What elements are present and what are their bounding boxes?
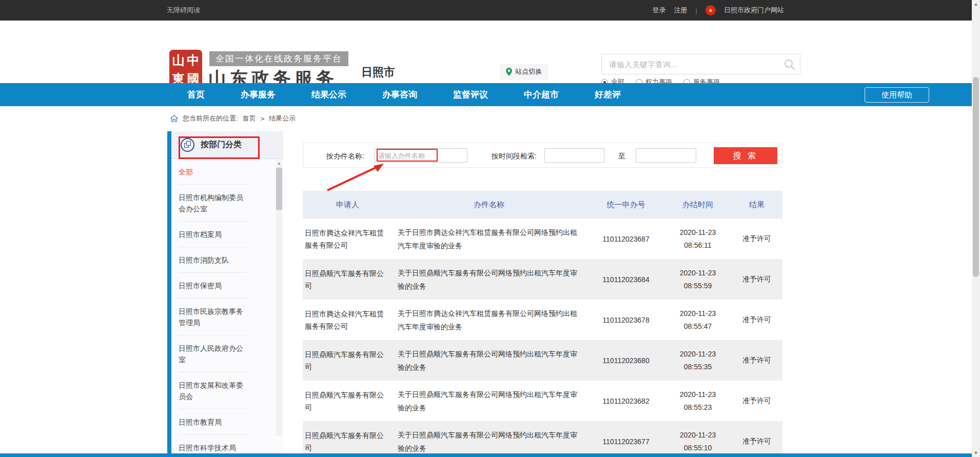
column-header-2: 统一申办号 bbox=[587, 191, 664, 218]
date-to-input[interactable] bbox=[636, 148, 696, 163]
page-scrollbar-thumb[interactable] bbox=[973, 77, 979, 277]
page-scroll-down-icon[interactable]: ▼ bbox=[972, 449, 980, 457]
finish-time: 08:55:47 bbox=[664, 320, 731, 333]
finish-date: 2020-11-23 bbox=[664, 226, 731, 239]
page-scroll-up-icon[interactable]: ▲ bbox=[972, 0, 980, 8]
cell-item-title: 关于日照鼎顺汽车服务有限公司网络预约出租汽车年度审验的业务 bbox=[398, 347, 587, 374]
cell-finish-datetime: 2020-11-2308:55:35 bbox=[664, 348, 731, 373]
sidebar-item-3[interactable]: 日照市消防支队 bbox=[179, 247, 247, 273]
sidebar-item-2[interactable]: 日照市档案局 bbox=[179, 222, 247, 247]
department-category-icon bbox=[181, 138, 194, 152]
finish-date: 2020-11-23 bbox=[664, 388, 731, 401]
nav-item-4[interactable]: 监督评议 bbox=[453, 83, 488, 106]
sidebar-item-5[interactable]: 日照市民族宗教事务管理局 bbox=[179, 299, 247, 335]
finish-date: 2020-11-23 bbox=[664, 267, 731, 280]
cell-finish-datetime: 2020-11-2308:55:23 bbox=[664, 388, 731, 414]
sidebar-item-label: 日照市消防支队 bbox=[179, 256, 229, 264]
national-emblem-icon: ★ bbox=[705, 5, 716, 15]
sidebar-item-4[interactable]: 日照市保密局 bbox=[179, 273, 247, 299]
table-row[interactable]: 日照鼎顺汽车服务有限公司关于日照鼎顺汽车服务有限公司网络预约出租汽车年度审验的业… bbox=[303, 381, 782, 421]
cell-finish-datetime: 2020-11-2308:55:47 bbox=[664, 307, 731, 333]
column-header-0: 申请人 bbox=[303, 191, 398, 218]
table-row[interactable]: 日照市腾达众祥汽车租赁服务有限公司关于日照市腾达众祥汽车租赁服务有限公司网络预约… bbox=[303, 300, 782, 340]
platform-tagline: 全国一体化在线政务服务平台 bbox=[209, 51, 348, 66]
department-sidebar: 按部门分类 全部日照市机构编制委员会办公室日照市档案局日照市消防支队日照市保密局… bbox=[167, 131, 283, 453]
login-link[interactable]: 登录 bbox=[653, 6, 666, 15]
cell-application-number: 110112023682 bbox=[587, 397, 664, 405]
department-list: 全部日照市机构编制委员会办公室日照市档案局日照市消防支队日照市保密局日照市民族宗… bbox=[179, 159, 248, 457]
cell-applicant: 日照鼎顺汽车服务有限公司 bbox=[303, 348, 398, 373]
site-header: 山中東國 全国一体化在线政务服务平台 山东政务服务 日照市 站点切换 全部权力事… bbox=[0, 21, 972, 83]
nav-item-1[interactable]: 办事服务 bbox=[241, 83, 276, 106]
cell-application-number: 110112023687 bbox=[587, 235, 664, 243]
sidebar-item-8[interactable]: 日照市教育局 bbox=[179, 409, 247, 435]
sidebar-item-label: 日照市教育局 bbox=[179, 418, 222, 426]
cell-finish-datetime: 2020-11-2308:55:59 bbox=[664, 267, 731, 292]
cell-result: 准予许可 bbox=[731, 356, 782, 365]
location-pin-icon bbox=[506, 68, 512, 76]
breadcrumb-separator: > bbox=[261, 115, 265, 123]
cell-result: 准予许可 bbox=[731, 396, 782, 406]
cell-finish-datetime: 2020-11-2308:55:10 bbox=[664, 429, 731, 454]
keyword-search-box bbox=[601, 54, 800, 74]
cell-result: 准予许可 bbox=[731, 437, 782, 446]
cell-item-title: 关于日照市腾达众祥汽车租赁服务有限公司网络预约出租汽车年度审验的业务 bbox=[398, 307, 587, 333]
breadcrumb: 您当前所在的位置: 首页 > 结果公示 bbox=[170, 114, 296, 123]
cell-result: 准予许可 bbox=[731, 315, 782, 325]
register-link[interactable]: 注册 bbox=[674, 6, 688, 15]
table-row[interactable]: 日照鼎顺汽车服务有限公司关于日照鼎顺汽车服务有限公司网络预约出租汽车年度审验的业… bbox=[303, 421, 782, 457]
results-table: 申请人办件名称统一申办号办结时间结果 日照市腾达众祥汽车租赁服务有限公司关于日照… bbox=[303, 191, 782, 457]
site-switch-button[interactable]: 站点切换 bbox=[500, 64, 548, 80]
finish-date: 2020-11-23 bbox=[664, 348, 731, 361]
help-button[interactable]: 使用帮助 bbox=[865, 87, 929, 103]
nav-item-6[interactable]: 好差评 bbox=[595, 83, 621, 106]
nav-item-5[interactable]: 中介超市 bbox=[524, 83, 559, 106]
sidebar-item-label: 日照市民族宗教事务管理局 bbox=[179, 307, 243, 327]
column-header-4: 结果 bbox=[731, 191, 782, 218]
date-from-input[interactable] bbox=[544, 148, 604, 163]
sidebar-item-6[interactable]: 日照市人民政府办公室 bbox=[179, 335, 247, 372]
search-button[interactable]: 搜 索 bbox=[714, 147, 777, 164]
sidebar-item-1[interactable]: 日照市机构编制委员会办公室 bbox=[179, 185, 247, 222]
finish-date: 2020-11-23 bbox=[664, 307, 731, 320]
nav-item-0[interactable]: 首页 bbox=[187, 83, 205, 106]
range-separator-label: 至 bbox=[618, 152, 625, 161]
cell-item-title: 关于日照鼎顺汽车服务有限公司网络预约出租汽车年度审验的业务 bbox=[398, 428, 587, 455]
accessibility-link[interactable]: 无障碍阅读 bbox=[167, 0, 200, 21]
nav-item-3[interactable]: 办事咨询 bbox=[382, 83, 417, 106]
sidebar-item-0[interactable]: 全部 bbox=[179, 159, 247, 185]
finish-time: 08:55:23 bbox=[664, 401, 731, 414]
sidebar-title: 按部门分类 bbox=[201, 140, 242, 150]
topbar-divider: | bbox=[696, 7, 697, 14]
search-icon[interactable] bbox=[783, 58, 796, 71]
page: 无障碍阅读 登录 注册 | ★ 日照市政府门户网站 山中東國 全国一体化在线政务… bbox=[0, 0, 980, 457]
time-filter-label: 按时间段检索: bbox=[492, 152, 537, 161]
table-header-row: 申请人办件名称统一申办号办结时间结果 bbox=[303, 191, 782, 218]
keyword-search-input[interactable] bbox=[602, 54, 781, 74]
table-row[interactable]: 日照市腾达众祥汽车租赁服务有限公司关于日照市腾达众祥汽车租赁服务有限公司网络预约… bbox=[303, 218, 782, 259]
breadcrumb-home-link[interactable]: 首页 bbox=[243, 114, 256, 123]
column-header-3: 办结时间 bbox=[664, 191, 731, 218]
name-filter-label: 按办件名称: bbox=[326, 152, 364, 161]
scroll-up-icon[interactable]: ▲ bbox=[276, 161, 282, 167]
cell-result: 准予许可 bbox=[731, 234, 782, 244]
table-row[interactable]: 日照鼎顺汽车服务有限公司关于日照鼎顺汽车服务有限公司网络预约出租汽车年度审验的业… bbox=[303, 340, 782, 381]
finish-time: 08:56:11 bbox=[664, 239, 731, 252]
sidebar-item-label: 日照市科学技术局 bbox=[179, 444, 236, 452]
finish-time: 08:55:59 bbox=[664, 280, 731, 292]
table-row[interactable]: 日照鼎顺汽车服务有限公司关于日照鼎顺汽车服务有限公司网络预约出租汽车年度审验的业… bbox=[303, 259, 782, 300]
nav-item-2[interactable]: 结果公示 bbox=[311, 83, 346, 106]
sidebar-item-7[interactable]: 日照市发展和改革委员会 bbox=[179, 372, 247, 409]
result-filter-bar: 按办件名称: 按时间段检索: 至 搜 索 bbox=[303, 143, 782, 168]
city-portal-link[interactable]: 日照市政府门户网站 bbox=[724, 6, 784, 15]
item-name-input[interactable] bbox=[375, 148, 467, 163]
sidebar-scrollbar-thumb[interactable] bbox=[276, 168, 282, 210]
footer-top-band bbox=[0, 453, 972, 457]
sidebar-item-label: 日照市保密局 bbox=[179, 282, 222, 290]
cell-applicant: 日照市腾达众祥汽车租赁服务有限公司 bbox=[303, 227, 398, 251]
cell-item-title: 关于日照鼎顺汽车服务有限公司网络预约出租汽车年度审验的业务 bbox=[398, 266, 587, 293]
site-switch-label: 站点切换 bbox=[516, 67, 542, 76]
cell-result: 准予许可 bbox=[731, 275, 782, 284]
cell-applicant: 日照鼎顺汽车服务有限公司 bbox=[303, 389, 398, 413]
cell-item-title: 关于日照鼎顺汽车服务有限公司网络预约出租汽车年度审验的业务 bbox=[398, 388, 587, 414]
